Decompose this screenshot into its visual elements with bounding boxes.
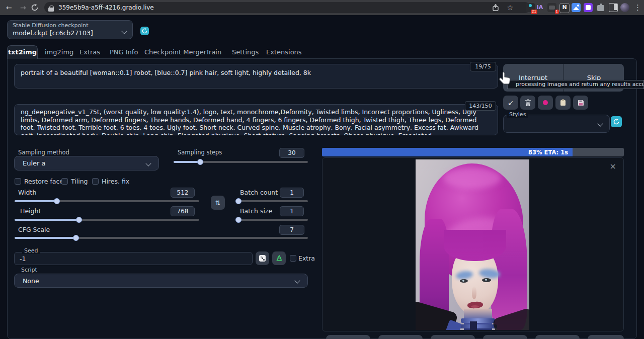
- url-text: 359e5b9a-a5ff-4216.gradio.live: [58, 4, 154, 11]
- tab-settings[interactable]: Settings: [232, 48, 259, 56]
- refresh-icon: [142, 28, 147, 34]
- batch-count-value[interactable]: 1: [280, 188, 304, 198]
- refresh-icon[interactable]: [31, 4, 38, 11]
- width-label: Width: [18, 189, 36, 196]
- progress-bar-fill: 83% ETA: 1s: [322, 148, 573, 156]
- refresh-icon: [613, 119, 619, 125]
- dice-icon: [259, 255, 266, 262]
- seed-label: Seed: [22, 247, 40, 254]
- script-dropdown[interactable]: None: [14, 274, 308, 288]
- chevron-down-icon: [597, 121, 603, 126]
- cfg-scale-label: CFG Scale: [18, 226, 50, 233]
- tab-img2img[interactable]: img2img: [45, 48, 73, 56]
- address-bar[interactable]: 359e5b9a-a5ff-4216.gradio.live ☆: [44, 2, 530, 13]
- checkpoint-dropdown[interactable]: Stable Diffusion checkpoint model.ckpt […: [7, 20, 133, 39]
- tab-png-info[interactable]: PNG Info: [110, 48, 138, 56]
- width-value[interactable]: 512: [171, 188, 195, 198]
- restore-faces-label: Restore faces: [24, 178, 67, 185]
- restore-faces-checkbox[interactable]: [15, 178, 21, 185]
- sidebar-toggle-icon[interactable]: [609, 3, 618, 12]
- tab-extras[interactable]: Extras: [79, 48, 100, 56]
- clear-prompt-button[interactable]: [520, 96, 535, 110]
- bookmark-star-icon[interactable]: ☆: [507, 2, 513, 13]
- swap-arrows-icon: ⇅: [215, 199, 221, 207]
- sampling-steps-slider[interactable]: [174, 159, 308, 165]
- script-label: Script: [19, 267, 39, 273]
- sampling-method-value: Euler a: [23, 159, 46, 167]
- recycle-icon: [276, 255, 283, 262]
- extension-icon-notion[interactable]: N: [559, 3, 570, 13]
- extension-icon-photos[interactable]: [572, 3, 581, 12]
- chevron-down-icon: [145, 160, 151, 166]
- tab-checkpoint-merger[interactable]: Checkpoint Merger: [144, 48, 206, 56]
- prompt-token-counter: 19/75: [470, 62, 496, 71]
- cfg-scale-slider[interactable]: [15, 235, 308, 241]
- generated-image[interactable]: [416, 159, 529, 330]
- styles-refresh-button[interactable]: [611, 116, 622, 127]
- extension-icon-ia[interactable]: IA: [535, 3, 544, 12]
- share-icon[interactable]: [492, 4, 499, 11]
- gallery-action-button[interactable]: [326, 335, 370, 339]
- save-style-button[interactable]: [573, 96, 588, 110]
- batch-size-value[interactable]: 1: [280, 206, 304, 216]
- sampling-method-dropdown[interactable]: Euler a: [14, 156, 159, 171]
- tiling-checkbox[interactable]: [61, 178, 68, 185]
- extension-icon-camera[interactable]: 1: [547, 3, 556, 12]
- batch-size-slider[interactable]: [236, 217, 308, 223]
- random-seed-button[interactable]: [256, 251, 269, 265]
- negative-token-counter: 143/150: [465, 101, 496, 111]
- tab-train[interactable]: Train: [206, 48, 221, 56]
- trash-icon: [525, 99, 531, 106]
- back-icon[interactable]: ←: [6, 0, 12, 15]
- checkpoint-label: Stable Diffusion checkpoint: [13, 22, 89, 29]
- gallery-action-button[interactable]: [483, 335, 527, 339]
- sampling-steps-value[interactable]: 30: [279, 148, 304, 158]
- progress-text: 83% ETA: 1s: [528, 149, 573, 156]
- gallery-action-button[interactable]: [588, 335, 624, 339]
- extensions-puzzle-icon[interactable]: [596, 3, 605, 12]
- gallery-action-button[interactable]: [431, 335, 475, 339]
- seed-input[interactable]: [14, 252, 253, 265]
- styles-label: Styles: [507, 111, 528, 118]
- extra-seed-label: Extra: [298, 255, 315, 262]
- height-slider[interactable]: [15, 217, 199, 223]
- width-slider[interactable]: [15, 198, 199, 204]
- reuse-seed-button[interactable]: [272, 251, 286, 265]
- gallery-action-button[interactable]: [378, 335, 423, 339]
- cfg-scale-value[interactable]: 7: [279, 225, 304, 235]
- height-label: Height: [20, 207, 41, 215]
- chevron-down-icon: [121, 28, 127, 34]
- prompt-input[interactable]: portrait of a beautiful [woman::0.1] rob…: [14, 64, 498, 89]
- forward-icon[interactable]: →: [20, 0, 26, 15]
- tiling-label: Tiling: [71, 178, 88, 185]
- batch-size-label: Batch size: [240, 207, 272, 215]
- apply-style-button[interactable]: [555, 96, 571, 110]
- height-value[interactable]: 768: [171, 206, 195, 216]
- batch-count-label: Batch count: [240, 189, 278, 196]
- paste-params-button[interactable]: ↙: [503, 96, 518, 110]
- floppy-disk-icon: [578, 100, 584, 106]
- extra-seed-checkbox[interactable]: [290, 255, 296, 262]
- swap-dimensions-button[interactable]: ⇅: [211, 196, 225, 210]
- close-icon[interactable]: ×: [610, 162, 616, 171]
- arrow-down-left-icon: ↙: [508, 99, 514, 107]
- gallery-action-button[interactable]: [535, 335, 580, 339]
- checkpoint-refresh-button[interactable]: [140, 27, 149, 35]
- batch-count-slider[interactable]: [236, 198, 308, 204]
- mouse-cursor-hand-icon: [498, 71, 512, 88]
- profile-avatar[interactable]: [620, 3, 629, 12]
- negative-prompt-input[interactable]: ng_deepnegative_v1_75t, (worst quality, …: [14, 104, 498, 135]
- extra-networks-button[interactable]: [538, 96, 553, 110]
- browser-menu-icon[interactable]: ⋮: [634, 2, 641, 14]
- tab-extensions[interactable]: Extensions: [266, 48, 302, 56]
- extension-icon-dot[interactable]: 21: [526, 3, 535, 12]
- hires-fix-checkbox[interactable]: [92, 178, 99, 185]
- lock-icon-body: [48, 8, 54, 12]
- tab-txt2img[interactable]: txt2img: [7, 45, 38, 59]
- image-preview-panel: ×: [322, 157, 624, 331]
- clipboard-icon: [560, 99, 566, 106]
- extension-icon-purple[interactable]: [584, 3, 593, 12]
- browser-toolbar: ← → 359e5b9a-a5ff-4216.gradio.live ☆ 21 …: [0, 0, 644, 15]
- sampling-method-label: Sampling method: [18, 149, 69, 156]
- script-value: None: [23, 277, 39, 285]
